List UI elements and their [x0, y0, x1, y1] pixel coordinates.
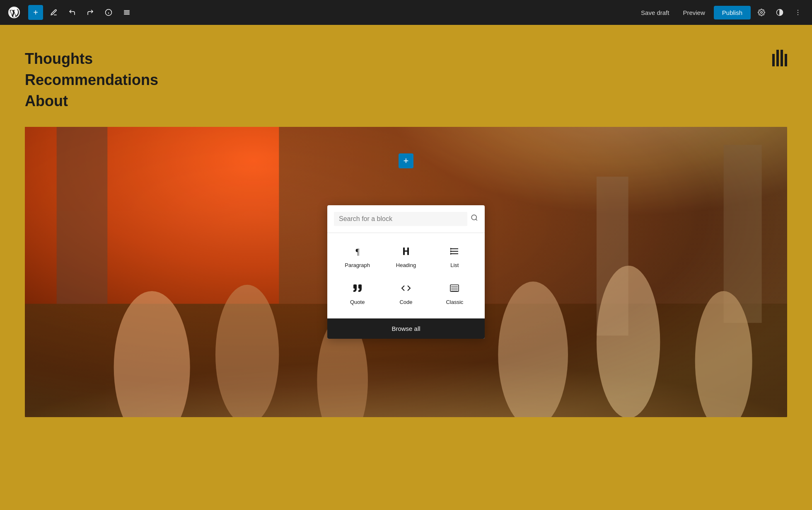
block-item-code[interactable]: Code — [382, 277, 429, 312]
svg-point-23 — [597, 265, 660, 417]
block-item-heading[interactable]: Heading — [382, 240, 429, 275]
nav-item-recommendations[interactable]: Recommendations — [25, 71, 787, 89]
add-block-button[interactable]: + — [28, 5, 43, 20]
svg-rect-34 — [450, 285, 459, 291]
preview-button[interactable]: Preview — [677, 5, 710, 20]
toolbar: + Save draft Preview Publish — [0, 0, 812, 25]
list-label: List — [450, 262, 459, 268]
wp-logo[interactable] — [7, 5, 22, 20]
svg-point-10 — [798, 10, 798, 11]
code-icon — [401, 283, 411, 296]
code-label: Code — [399, 299, 412, 305]
svg-point-8 — [761, 12, 763, 14]
publish-button[interactable]: Publish — [714, 6, 751, 19]
heading-icon — [401, 246, 411, 259]
settings-button[interactable] — [754, 5, 769, 20]
svg-point-25 — [471, 215, 476, 220]
inserter-search-area — [327, 205, 485, 233]
hero-image: ¶ Paragraph Heading — [25, 127, 787, 417]
classic-label: Classic — [446, 299, 463, 305]
quote-icon — [353, 283, 362, 296]
classic-icon — [450, 283, 459, 296]
site-header: Thoughts Recommendations About — [0, 25, 812, 127]
block-grid: ¶ Paragraph Heading — [327, 233, 485, 318]
theme-toggle-button[interactable] — [772, 5, 787, 20]
block-search-input[interactable] — [334, 212, 467, 226]
site-navigation: Thoughts Recommendations About — [25, 50, 787, 110]
paragraph-icon: ¶ — [353, 246, 362, 259]
paragraph-label: Paragraph — [345, 262, 370, 268]
block-item-list[interactable]: List — [431, 240, 478, 275]
nav-item-thoughts[interactable]: Thoughts — [25, 50, 787, 68]
list-view-button[interactable] — [119, 5, 134, 20]
undo-button[interactable] — [65, 5, 80, 20]
svg-point-11 — [798, 12, 798, 13]
insert-block-button[interactable]: + — [399, 153, 413, 168]
redo-button[interactable] — [83, 5, 98, 20]
nav-item-about[interactable]: About — [25, 92, 787, 110]
list-icon — [450, 246, 459, 259]
main-content: Thoughts Recommendations About + — [0, 25, 812, 510]
more-options-button[interactable] — [790, 5, 805, 20]
save-draft-button[interactable]: Save draft — [636, 6, 674, 19]
heading-label: Heading — [396, 262, 416, 268]
svg-line-26 — [476, 219, 477, 221]
block-item-paragraph[interactable]: ¶ Paragraph — [334, 240, 381, 275]
block-inserter-popup: ¶ Paragraph Heading — [327, 205, 485, 339]
column-icon — [772, 50, 787, 66]
svg-text:¶: ¶ — [355, 247, 359, 256]
browse-all-button[interactable]: Browse all — [327, 318, 485, 339]
quote-label: Quote — [350, 299, 365, 305]
tools-button[interactable] — [46, 5, 61, 20]
block-item-classic[interactable]: Classic — [431, 277, 478, 312]
svg-rect-16 — [57, 127, 108, 304]
svg-point-12 — [798, 14, 798, 15]
search-submit-button[interactable] — [471, 214, 478, 223]
block-item-quote[interactable]: Quote — [334, 277, 381, 312]
info-button[interactable] — [101, 5, 116, 20]
